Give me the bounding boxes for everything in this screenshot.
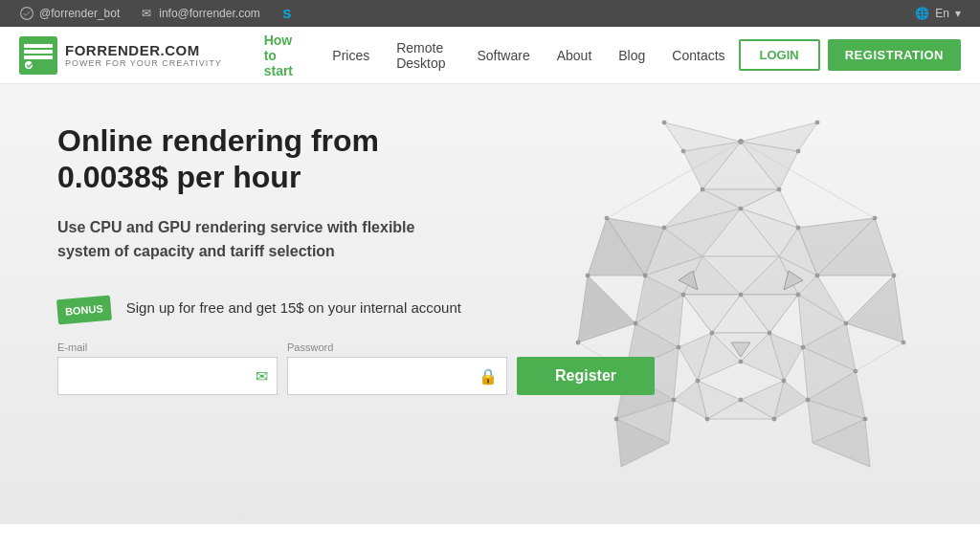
email-label: E-mail <box>57 342 278 353</box>
nav-remote-desktop[interactable]: Remote Desktop <box>383 27 463 84</box>
login-button[interactable]: LOGIN <box>739 39 820 71</box>
chevron-down-icon: ▾ <box>955 7 961 20</box>
password-label: Password <box>287 342 507 353</box>
svg-point-84 <box>614 417 618 421</box>
navbar: FORRENDER.COM POWER FOR YOUR CREATIVITY … <box>0 27 980 84</box>
register-button[interactable]: Register <box>517 357 655 395</box>
svg-rect-2 <box>24 44 53 48</box>
svg-point-90 <box>739 398 743 402</box>
password-input[interactable] <box>287 357 507 395</box>
svg-point-85 <box>863 417 867 421</box>
svg-point-87 <box>806 398 810 402</box>
nav-how-to-start[interactable]: How to start <box>251 27 320 84</box>
nav-software[interactable]: Software <box>463 27 543 84</box>
logo-text: FORRENDER.COM POWER FOR YOUR CREATIVITY <box>65 42 222 68</box>
email-input[interactable] <box>57 357 278 395</box>
skype-contact[interactable]: S <box>279 6 295 21</box>
bonus-tag: BONUS <box>56 296 112 325</box>
svg-rect-4 <box>24 55 53 59</box>
hero-content: Online rendering from0.0038$ per hour Us… <box>57 122 923 395</box>
hero-title: Online rendering from0.0038$ per hour <box>57 122 469 196</box>
logo-icon <box>19 36 57 75</box>
telegram-icon <box>19 6 34 21</box>
email-contact[interactable]: ✉ info@forrender.com <box>139 6 260 21</box>
nav-about[interactable]: About <box>544 27 606 84</box>
svg-point-88 <box>705 417 709 421</box>
telegram-contact[interactable]: @forrender_bot <box>19 6 120 21</box>
email-address: info@forrender.com <box>159 7 260 20</box>
svg-point-0 <box>21 8 33 20</box>
nav-contacts[interactable]: Contacts <box>658 27 738 84</box>
logo[interactable]: FORRENDER.COM POWER FOR YOUR CREATIVITY <box>19 36 222 75</box>
registration-button[interactable]: REGISTRATION <box>828 39 961 71</box>
skype-icon: S <box>279 6 295 21</box>
lock-icon: 🔒 <box>479 367 498 386</box>
nav-blog[interactable]: Blog <box>605 27 658 84</box>
email-icon: ✉ <box>139 6 154 21</box>
logo-title: FORRENDER.COM <box>65 42 222 58</box>
bonus-section: BONUS Sign up for free and get 15$ on yo… <box>57 298 536 322</box>
svg-point-89 <box>772 417 776 421</box>
svg-rect-3 <box>24 50 53 54</box>
nav-auth-buttons: LOGIN REGISTRATION <box>739 39 961 71</box>
email-input-wrap: ✉ <box>57 357 278 395</box>
globe-icon: 🌐 <box>915 7 929 20</box>
registration-form: E-mail ✉ Password 🔒 Register <box>57 342 632 395</box>
email-field-group: E-mail ✉ <box>57 342 278 395</box>
nav-prices[interactable]: Prices <box>319 27 383 84</box>
nav-links: How to start Prices Remote Desktop Softw… <box>251 27 739 84</box>
email-input-icon: ✉ <box>256 367 268 386</box>
telegram-handle: @forrender_bot <box>39 7 120 20</box>
logo-subtitle: POWER FOR YOUR CREATIVITY <box>65 58 222 68</box>
hero-subtitle: Use CPU and GPU rendering service with f… <box>57 215 440 264</box>
svg-point-86 <box>672 398 676 402</box>
password-field-group: Password 🔒 <box>287 342 507 395</box>
bonus-text: Sign up for free and get 15$ on your int… <box>126 298 461 320</box>
password-input-wrap: 🔒 <box>287 357 507 395</box>
language-label: En <box>935 7 949 20</box>
top-bar: @forrender_bot ✉ info@forrender.com S 🌐 … <box>0 0 980 27</box>
hero-section: Online rendering from0.0038$ per hour Us… <box>0 84 980 524</box>
language-selector[interactable]: 🌐 En ▾ <box>915 7 961 20</box>
